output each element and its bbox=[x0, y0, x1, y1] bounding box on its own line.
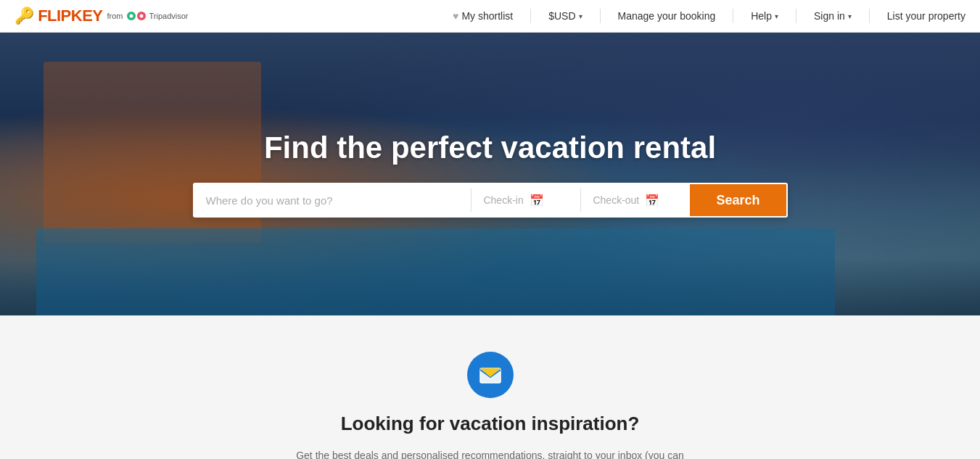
logo-area[interactable]: 🔑 FLIPKEY from Tripadvisor bbox=[15, 7, 189, 25]
checkin-calendar-icon: 📅 bbox=[530, 194, 544, 207]
heart-icon: ♥ bbox=[453, 10, 458, 22]
inspiration-subtitle: Get the best deals and personalised reco… bbox=[273, 450, 708, 459]
header-nav: ♥ My shortlist $USD ▾ Manage your bookin… bbox=[453, 9, 965, 23]
inspiration-section: Looking for vacation inspiration? Get th… bbox=[0, 315, 980, 459]
svg-point-2 bbox=[129, 15, 133, 18]
checkout-calendar-icon: 📅 bbox=[645, 194, 659, 207]
signin-chevron-icon: ▾ bbox=[848, 12, 852, 20]
inspiration-title: Looking for vacation inspiration? bbox=[341, 413, 640, 435]
hero-title: Find the perfect vacation rental bbox=[264, 131, 716, 165]
flipkey-logo: 🔑 FLIPKEY bbox=[15, 7, 103, 25]
help-chevron-icon: ▾ bbox=[775, 12, 778, 20]
currency-chevron-icon: ▾ bbox=[579, 12, 582, 20]
search-bar: Check-in 📅 Check-out 📅 Search bbox=[193, 183, 788, 218]
tripadvisor-attribution: from Tripadvisor bbox=[107, 9, 189, 22]
nav-divider-4 bbox=[796, 9, 796, 23]
nav-divider-1 bbox=[530, 9, 531, 23]
nav-divider-2 bbox=[600, 9, 601, 23]
sign-in-nav-item[interactable]: Sign in ▾ bbox=[814, 10, 852, 22]
hero-section: Find the perfect vacation rental Check-i… bbox=[0, 33, 980, 315]
envelope-icon bbox=[478, 363, 503, 387]
svg-point-3 bbox=[139, 15, 143, 18]
checkout-date-picker[interactable]: Check-out 📅 bbox=[581, 184, 690, 216]
tripadvisor-logo-icon bbox=[125, 9, 147, 22]
nav-divider-5 bbox=[869, 9, 870, 23]
manage-booking-nav-item[interactable]: Manage your booking bbox=[618, 10, 716, 22]
hero-pool-decoration bbox=[36, 228, 835, 315]
help-nav-item[interactable]: Help ▾ bbox=[751, 10, 778, 22]
site-header: 🔑 FLIPKEY from Tripadvisor ♥ My shortlis… bbox=[0, 0, 980, 33]
currency-nav-item[interactable]: $USD ▾ bbox=[548, 10, 582, 22]
search-button[interactable]: Search bbox=[690, 184, 786, 216]
destination-input[interactable] bbox=[194, 184, 472, 216]
shortlist-nav-item[interactable]: ♥ My shortlist bbox=[453, 10, 513, 22]
email-icon-circle bbox=[467, 352, 514, 398]
checkin-date-picker[interactable]: Check-in 📅 bbox=[472, 184, 580, 216]
nav-divider-3 bbox=[733, 9, 733, 23]
hero-content: Find the perfect vacation rental Check-i… bbox=[0, 131, 980, 218]
list-property-nav-item[interactable]: List your property bbox=[887, 10, 965, 22]
